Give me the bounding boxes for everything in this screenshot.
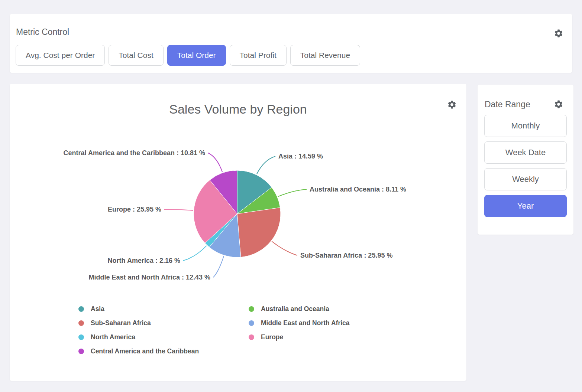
legend-dot-australia-and-oceania [249, 306, 254, 312]
metric-button-avg-cost-per-order[interactable]: Avg. Cost per Order [16, 45, 105, 66]
date-range-title: Date Range [485, 99, 530, 110]
date-range-button-week-date[interactable]: Week Date [484, 141, 567, 164]
legend-dot-asia [78, 306, 84, 312]
pie-label-line-asia [257, 156, 275, 174]
legend-item-sub-saharan-africa[interactable]: Sub-Saharan Africa [78, 316, 249, 330]
pie-slice-sub-saharan-africa[interactable] [237, 208, 281, 257]
legend-dot-middle-east-and-north-africa [249, 320, 254, 326]
pie-label-middle-east-and-north-africa: Middle East and North Africa : 12.43 % [89, 274, 210, 281]
chart-legend: AsiaAustralia and OceaniaSub-Saharan Afr… [78, 302, 350, 358]
dashboard-page: { "colors": { "page_bg": "#f1f1f6", "car… [0, 0, 582, 392]
legend-dot-sub-saharan-africa [78, 320, 84, 326]
date-range-settings-gear-icon[interactable] [554, 99, 563, 109]
date-range-panel: Date Range MonthlyWeek DateWeeklyYear [478, 85, 573, 235]
legend-dot-central-america-and-the-caribbean [78, 349, 84, 354]
pie-label-europe: Europe : 25.95 % [108, 206, 161, 213]
legend-item-europe[interactable]: Europe [249, 330, 350, 344]
date-range-button-weekly[interactable]: Weekly [484, 168, 567, 190]
pie-label-line-middle-east-and-north-africa [213, 256, 224, 278]
legend-item-central-america-and-the-caribbean[interactable]: Central America and the Caribbean [78, 344, 249, 358]
sales-volume-chart-panel: Sales Volume by Region Asia : 14.59 %Aus… [10, 84, 466, 381]
metric-control-panel: Metric Control Avg. Cost per OrderTotal … [10, 14, 572, 73]
date-range-button-monthly[interactable]: Monthly [484, 115, 567, 137]
pie-label-sub-saharan-africa: Sub-Saharan Africa : 25.95 % [300, 252, 392, 259]
pie-label-line-australia-and-oceania [278, 189, 307, 197]
pie-label-central-america-and-the-caribbean: Central America and the Caribbean : 10.8… [64, 149, 205, 157]
legend-label: Central America and the Caribbean [91, 347, 199, 355]
pie-label-line-central-america-and-the-caribbean [208, 153, 222, 172]
pie-label-australia-and-oceania: Australia and Oceania : 8.11 % [310, 186, 406, 193]
metric-button-total-order[interactable]: Total Order [167, 45, 226, 66]
pie-label-asia: Asia : 14.59 % [278, 153, 323, 160]
metric-button-total-cost[interactable]: Total Cost [109, 45, 163, 66]
gear-icon [554, 29, 563, 38]
metric-button-total-revenue[interactable]: Total Revenue [290, 45, 360, 66]
legend-item-north-america[interactable]: North America [78, 330, 249, 344]
legend-label: Middle East and North Africa [261, 319, 350, 327]
legend-label: Asia [91, 305, 104, 313]
pie-label-north-america: North America : 2.16 % [108, 257, 180, 264]
date-range-button-year[interactable]: Year [484, 195, 567, 217]
metric-control-settings-gear-icon[interactable] [554, 29, 563, 38]
legend-item-asia[interactable]: Asia [78, 302, 249, 316]
metric-control-title: Metric Control [16, 27, 69, 37]
legend-label: Sub-Saharan Africa [91, 319, 151, 327]
legend-label: Europe [261, 333, 283, 341]
gear-icon [554, 99, 563, 109]
pie-label-line-sub-saharan-africa [272, 241, 297, 255]
pie-label-line-europe [164, 209, 193, 210]
pie-label-line-north-america [183, 246, 207, 261]
legend-dot-north-america [78, 334, 84, 340]
metric-button-total-profit[interactable]: Total Profit [230, 45, 287, 66]
legend-dot-europe [249, 334, 254, 340]
legend-item-middle-east-and-north-africa[interactable]: Middle East and North Africa [249, 316, 350, 330]
date-range-button-group: MonthlyWeek DateWeeklyYear [484, 115, 567, 217]
legend-label: North America [91, 333, 135, 341]
metric-button-group: Avg. Cost per OrderTotal CostTotal Order… [16, 45, 360, 66]
legend-label: Australia and Oceania [261, 305, 329, 313]
legend-item-australia-and-oceania[interactable]: Australia and Oceania [249, 302, 350, 316]
